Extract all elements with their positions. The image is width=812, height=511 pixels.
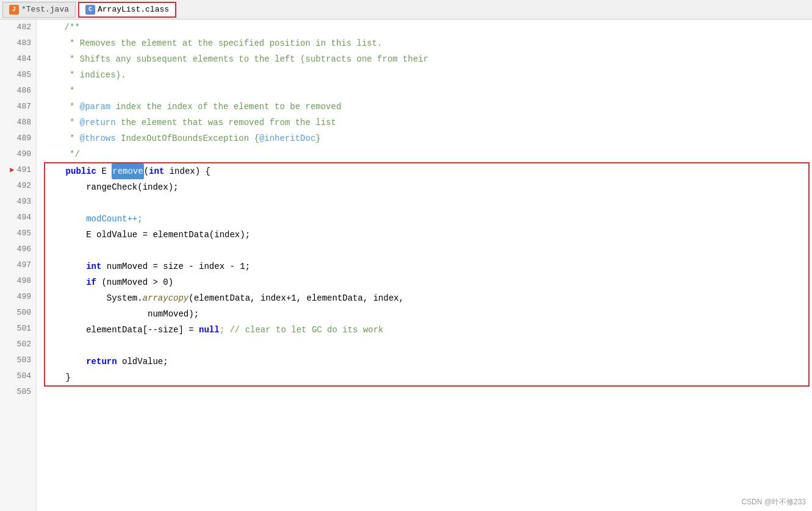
code-token: return: [86, 354, 117, 370]
code-content[interactable]: /** * Removes the element at the specifi…: [37, 20, 812, 511]
code-line: elementData[--size] = null; // clear to …: [45, 322, 808, 338]
code-token: * Removes the element at the specified p…: [44, 35, 383, 51]
code-token: (numMoved > 0): [96, 274, 173, 290]
code-line: [45, 243, 808, 259]
code-token: null: [199, 322, 220, 338]
code-line: [45, 195, 808, 211]
code-line: modCount++;: [45, 211, 808, 227]
tab-arraylist-class-label: ArrayList.class: [98, 5, 169, 14]
code-line: * Shifts any subsequent elements to the …: [44, 51, 812, 67]
line-number: 490: [5, 146, 31, 162]
line-number: 486: [5, 83, 31, 99]
code-token: E: [96, 163, 112, 179]
line-number: 494: [5, 210, 31, 226]
code-line: /**: [44, 20, 812, 35]
code-token: if: [86, 274, 96, 290]
code-token: oldValue;: [117, 354, 168, 370]
code-token: numMoved);: [45, 306, 199, 322]
line-number: 484: [5, 51, 31, 67]
selected-text: remove: [112, 163, 143, 179]
java-file-icon: J: [9, 5, 19, 15]
code-token: *: [44, 83, 74, 99]
line-number: 482: [5, 20, 31, 35]
code-line: E oldValue = elementData(index);: [45, 227, 808, 243]
code-line: System.arraycopy(elementData, index+1, e…: [45, 290, 808, 306]
line-number: 498: [5, 273, 31, 289]
line-number: 503: [5, 352, 31, 368]
code-token: * Shifts any subsequent elements: [44, 51, 239, 67]
code-token: modCount++;: [86, 211, 142, 227]
code-line: [45, 338, 808, 354]
code-line: * indices).: [44, 67, 812, 83]
code-token: elementData[--size] =: [45, 322, 199, 338]
line-number: 483: [5, 35, 31, 51]
code-token: @throws: [80, 130, 116, 146]
code-token: (: [144, 163, 149, 179]
code-token: E oldValue = elementData(index);: [45, 227, 250, 243]
line-numbers: 482483484485486487488489490▶491492493494…: [0, 20, 37, 511]
line-number: 502: [5, 337, 31, 352]
code-token: }: [315, 130, 320, 146]
line-number: 496: [5, 241, 31, 257]
line-number: 497: [5, 257, 31, 273]
code-token: (elementData, index+1, elementData, inde…: [189, 290, 404, 306]
code-token: int: [149, 163, 164, 179]
tab-test-java[interactable]: J *Test.java: [2, 2, 76, 18]
code-line: */: [44, 146, 812, 162]
code-line: if (numMoved > 0): [45, 274, 808, 290]
code-token: arraycopy: [143, 290, 189, 306]
code-token: *: [44, 115, 80, 130]
code-token: the element: [116, 115, 182, 130]
code-token: public: [66, 163, 96, 179]
line-number: 500: [5, 305, 31, 321]
code-token: int: [86, 259, 101, 274]
code-line: * @throws IndexOutOfBoundsException {@in…: [44, 130, 812, 146]
line-number: 501: [5, 321, 31, 337]
code-token: rangeCheck(index);: [45, 179, 178, 195]
code-line: return oldValue;: [45, 354, 808, 370]
code-token: the left (subtracts one from their: [249, 51, 428, 67]
highlighted-method-block: public E remove(int index) { rangeCheck(…: [44, 162, 810, 387]
code-token: [45, 211, 86, 227]
line-number: 487: [5, 99, 31, 115]
code-token: @return: [80, 115, 116, 130]
code-line: public E remove(int index) {: [45, 163, 808, 179]
code-line: *: [44, 83, 812, 99]
line-number: ▶491: [5, 162, 31, 178]
line-number: 499: [5, 289, 31, 305]
code-token: index) {: [164, 163, 210, 179]
code-token: that: [182, 115, 203, 130]
line-number: 493: [5, 194, 31, 210]
code-line: int numMoved = size - index - 1;: [45, 259, 808, 274]
code-token: [45, 274, 86, 290]
code-token: was removed from the list: [203, 115, 336, 130]
class-file-icon: C: [85, 5, 95, 15]
code-token: IndexOutOfBoundsException {: [116, 130, 259, 146]
tab-bar: J *Test.java C ArrayList.class: [0, 0, 812, 20]
line-number: 504: [5, 368, 31, 384]
line-number: 495: [5, 226, 31, 241]
code-token: to: [239, 51, 249, 67]
line-number: 488: [5, 115, 31, 130]
code-line: * @param index the index of the element …: [44, 99, 812, 115]
code-token: /**: [44, 20, 80, 35]
code-token: */: [44, 146, 80, 162]
line-number: 505: [5, 384, 31, 400]
code-token: @param: [80, 99, 110, 115]
code-area: 482483484485486487488489490▶491492493494…: [0, 20, 812, 511]
watermark: CSDN @叶不修233: [741, 497, 806, 507]
code-token: index the index of the element to be rem…: [110, 99, 341, 115]
code-token: [45, 354, 86, 370]
line-number: 489: [5, 130, 31, 146]
code-token: *: [44, 99, 80, 115]
debug-arrow-icon: ▶: [10, 162, 14, 178]
code-token: ; // clear to let GC do its work: [220, 322, 384, 338]
tab-test-java-label: *Test.java: [21, 5, 69, 14]
line-number: 492: [5, 178, 31, 194]
code-line: [44, 387, 812, 402]
code-token: }: [45, 370, 71, 385]
tab-arraylist-class[interactable]: C ArrayList.class: [78, 2, 176, 18]
code-line: * @return the element that was removed f…: [44, 115, 812, 130]
code-line: * Removes the element at the specified p…: [44, 35, 812, 51]
line-number: 485: [5, 67, 31, 83]
